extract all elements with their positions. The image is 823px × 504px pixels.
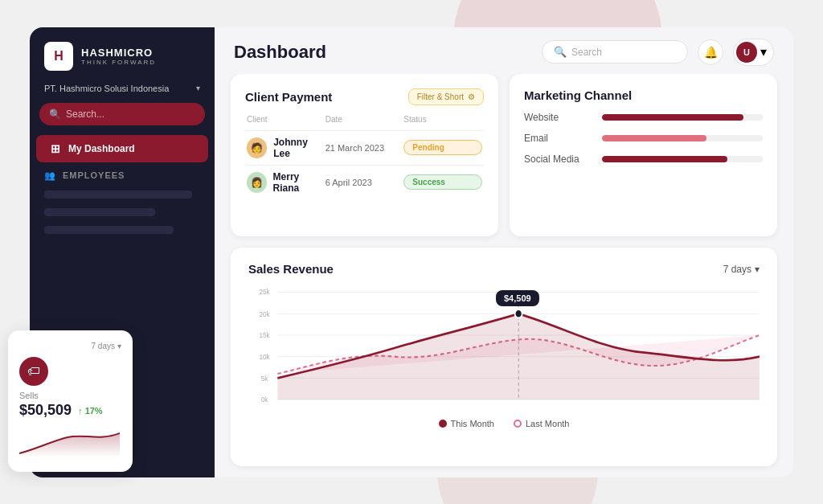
sidebar-placeholder-3	[44, 226, 174, 234]
card-header: Marketing Channel	[524, 88, 763, 102]
col-date: Date	[326, 115, 404, 124]
client-info: 🧑 Johnny Lee	[247, 137, 326, 159]
status-badge: Success	[403, 174, 482, 190]
sells-icon: 🏷	[19, 357, 48, 386]
sells-change: ↑ 17%	[78, 406, 103, 416]
table-row: 🧑 Johnny Lee 21 March 2023 Pending	[245, 130, 484, 165]
client-name: Merry Riana	[273, 171, 326, 194]
channel-label: Email	[524, 133, 592, 144]
status-badge: Pending	[403, 140, 482, 155]
employees-icon: 👥	[44, 170, 56, 181]
chart-area: $4,509 25k 20k 15k 10k 5k 0k	[248, 284, 760, 412]
legend-this-month: This Month	[439, 419, 494, 428]
page-title: Dashboard	[234, 42, 326, 63]
logo-text: HASHMICRO THINK FORWARD	[81, 47, 156, 66]
sales-header: Sales Revenue 7 days ▾	[248, 262, 760, 276]
topbar-search-container[interactable]: 🔍	[542, 40, 688, 64]
payment-date: 6 April 2023	[326, 178, 404, 187]
user-avatar-button[interactable]: U ▾	[733, 39, 774, 66]
card-header: Client Payment Filter & Short ⚙	[245, 88, 484, 105]
sidebar-placeholder-1	[44, 191, 192, 199]
employees-label: EMPLOYEES	[63, 170, 125, 180]
dashboard-grid: Client Payment Filter & Short ⚙ Client D…	[215, 74, 793, 477]
svg-text:10k: 10k	[259, 352, 270, 361]
legend-last-month: Last Month	[514, 419, 569, 428]
logo-name: HASHMICRO	[81, 47, 156, 59]
col-client: Client	[247, 115, 326, 124]
client-payment-title: Client Payment	[245, 90, 332, 104]
chart-tooltip: $4,509	[496, 290, 539, 306]
col-status: Status	[403, 115, 482, 124]
sells-label: Sells	[19, 391, 121, 400]
filter-label: Filter & Short	[417, 92, 464, 101]
legend-label-last-month: Last Month	[526, 419, 569, 428]
channel-label: Social Media	[524, 154, 592, 165]
channel-label: Website	[524, 112, 592, 123]
avatar: U	[736, 42, 757, 63]
chevron-down-icon: ▾	[755, 264, 760, 275]
svg-text:5k: 5k	[261, 374, 268, 383]
table-row: 👩 Merry Riana 6 April 2023 Success	[245, 165, 484, 199]
search-icon: 🔍	[49, 109, 61, 120]
dashboard-icon: ⊞	[51, 142, 60, 155]
channel-row-website: Website	[524, 112, 763, 123]
payment-date: 21 March 2023	[326, 143, 404, 153]
filter-button[interactable]: Filter & Short ⚙	[408, 88, 484, 105]
main-content: Dashboard 🔍 🔔 U ▾ Client Paym	[215, 27, 793, 477]
chevron-down-icon: ▾	[760, 44, 767, 59]
channel-bar-website	[602, 114, 743, 121]
company-name: PT. Hashmicro Solusi Indonesia	[44, 84, 191, 93]
sells-value: $50,509	[19, 402, 72, 419]
logo-icon: H	[44, 42, 73, 71]
channel-row-email: Email	[524, 133, 763, 144]
avatar: 👩	[247, 172, 267, 193]
bell-icon: 🔔	[704, 46, 718, 59]
logo-tagline: THINK FORWARD	[81, 59, 156, 66]
client-info: 👩 Merry Riana	[247, 171, 326, 194]
svg-text:20k: 20k	[259, 309, 270, 318]
marketing-channel-title: Marketing Channel	[524, 88, 632, 102]
topbar: Dashboard 🔍 🔔 U ▾	[215, 27, 793, 74]
topbar-search-input[interactable]	[571, 47, 676, 58]
channel-bar-bg	[602, 156, 763, 162]
chevron-down-icon: ▾	[117, 342, 121, 350]
svg-text:25k: 25k	[259, 287, 270, 296]
sidebar-placeholder-2	[44, 208, 155, 216]
time-filter-button[interactable]: 7 days ▾	[723, 264, 760, 275]
legend-dot-last-month	[514, 420, 522, 428]
filter-icon: ⚙	[468, 92, 475, 101]
sells-time-label: 7 days	[92, 342, 115, 350]
sidebar-item-my-dashboard[interactable]: ⊞ My Dashboard	[36, 135, 208, 162]
chevron-down-icon: ▾	[196, 84, 200, 92]
sells-card: 7 days ▾ 🏷 Sells $50,509 ↑ 17%	[8, 330, 133, 472]
topbar-right: 🔍 🔔 U ▾	[542, 39, 774, 66]
table-header: Client Date Status	[245, 115, 484, 124]
employees-header: 👥 EMPLOYEES	[30, 162, 215, 186]
client-name: Johnny Lee	[273, 137, 326, 159]
sidebar-logo: H HASHMICRO THINK FORWARD	[30, 27, 215, 79]
channel-bar-email	[602, 135, 706, 141]
client-payment-card: Client Payment Filter & Short ⚙ Client D…	[231, 74, 498, 237]
sidebar-search-input[interactable]	[66, 109, 195, 120]
svg-text:15k: 15k	[259, 331, 270, 340]
svg-text:0k: 0k	[261, 395, 268, 404]
company-selector[interactable]: PT. Hashmicro Solusi Indonesia ▾	[30, 79, 215, 103]
sales-revenue-title: Sales Revenue	[248, 262, 334, 276]
sells-row: $50,509 ↑ 17%	[19, 402, 121, 419]
sells-mini-chart	[19, 425, 121, 461]
channel-bar-social	[602, 156, 727, 162]
sidebar-search-container[interactable]: 🔍	[39, 103, 205, 125]
sells-top: 7 days ▾	[19, 342, 121, 350]
sales-revenue-card: Sales Revenue 7 days ▾ $4,509 25k 20k 15…	[231, 248, 777, 466]
svg-point-13	[515, 309, 522, 318]
avatar: 🧑	[247, 137, 267, 158]
notifications-button[interactable]: 🔔	[698, 39, 723, 65]
marketing-channel-card: Marketing Channel Website Email Social M…	[510, 74, 777, 237]
chart-legend: This Month Last Month	[248, 419, 760, 428]
channel-bar-bg	[602, 135, 763, 141]
channel-row-social: Social Media	[524, 154, 763, 165]
sells-time-filter[interactable]: 7 days ▾	[92, 342, 121, 350]
legend-dot-this-month	[439, 420, 447, 428]
search-icon: 🔍	[554, 46, 567, 58]
legend-label-this-month: This Month	[451, 419, 494, 428]
